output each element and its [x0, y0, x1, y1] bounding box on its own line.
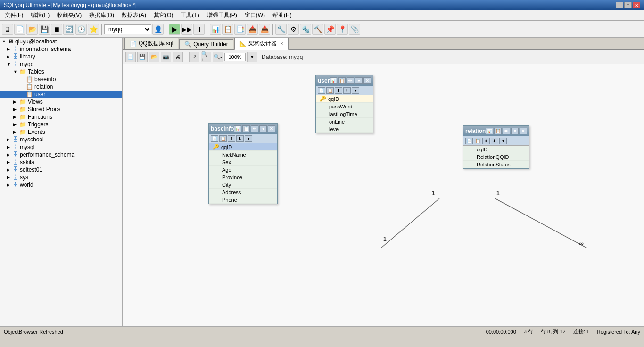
- tree-item-functions[interactable]: ▶📁Functions: [0, 113, 122, 121]
- tools4-btn[interactable]: 📌: [324, 24, 336, 35]
- col-baseinfo-sex[interactable]: Sex: [209, 158, 277, 166]
- table-tool-btn-4[interactable]: ✕: [520, 128, 527, 134]
- tab-close-2[interactable]: ×: [281, 41, 283, 46]
- table3-btn[interactable]: 📑: [234, 24, 246, 35]
- refresh-btn[interactable]: 🔄: [63, 24, 74, 35]
- subtb-btn-0[interactable]: 📄: [465, 138, 473, 144]
- table-tool-btn-3[interactable]: ▾: [355, 77, 363, 84]
- tree-item-triggers[interactable]: ▶📁Triggers: [0, 121, 122, 128]
- tree-item-qiuyu@localhost[interactable]: ▼🖥qiuyu@localhost: [0, 38, 122, 45]
- table-baseinfo[interactable]: baseinfo📊📋✏▾✕📄📋⬆⬇▾🔑qqIDNickNameSexAgePro…: [208, 123, 278, 204]
- history-btn[interactable]: 🕐: [75, 24, 87, 35]
- tree-item-relation[interactable]: 📋relation: [0, 83, 122, 91]
- table-tool-btn-3[interactable]: ▾: [511, 128, 519, 134]
- subtb-btn-2[interactable]: ⬆: [228, 135, 235, 142]
- col-baseinfo-address[interactable]: Address: [209, 189, 277, 196]
- open-schema-btn[interactable]: 📂: [149, 52, 159, 62]
- subtb-btn-2[interactable]: ⬆: [335, 87, 342, 94]
- zoom-input[interactable]: 100%: [224, 53, 246, 61]
- open-btn[interactable]: 📂: [26, 24, 38, 35]
- print-btn[interactable]: 🖨: [173, 52, 183, 62]
- col-relation-relationstatus[interactable]: RelationStatus: [463, 161, 529, 168]
- tree-item-sys[interactable]: ▶🗄sys: [0, 174, 122, 181]
- relation-btn[interactable]: ↗: [189, 52, 199, 62]
- export-btn[interactable]: 📤: [259, 24, 270, 35]
- tab-0[interactable]: 📄QQ数据库.sql: [124, 38, 178, 49]
- col-user-online[interactable]: onLine: [316, 118, 373, 125]
- subtb-btn-3[interactable]: ⬇: [491, 138, 498, 144]
- col-baseinfo-city[interactable]: City: [209, 181, 277, 189]
- tools2-btn[interactable]: 🔩: [300, 24, 311, 35]
- stop-btn[interactable]: ⏹: [51, 24, 62, 35]
- col-baseinfo-nickname[interactable]: NickName: [209, 151, 277, 158]
- subtb-btn-3[interactable]: ⬇: [343, 87, 351, 94]
- tools5-btn[interactable]: 📍: [337, 24, 348, 35]
- window-controls[interactable]: — □ ✕: [616, 2, 640, 8]
- subtb-btn-0[interactable]: 📄: [318, 87, 325, 94]
- tab-2[interactable]: 📐架构设计器×: [234, 38, 289, 50]
- subtb-btn-0[interactable]: 📄: [211, 135, 218, 142]
- table-tool-btn-0[interactable]: 📊: [330, 77, 337, 84]
- col-user-lastlogtime[interactable]: lastLogTime: [316, 110, 373, 118]
- tree-item-stored-procs[interactable]: ▶📁Stored Procs: [0, 106, 122, 113]
- stop-query-btn[interactable]: ⏸: [193, 24, 205, 35]
- close-btn[interactable]: ✕: [633, 2, 640, 8]
- subtb-btn-4[interactable]: ▾: [499, 138, 507, 144]
- col-baseinfo-phone[interactable]: Phone: [209, 196, 277, 204]
- schema-canvas[interactable]: 1 1 1 ∞ baseinfo📊📋✏▾✕📄📋⬆⬇▾🔑qqIDNickNameS…: [123, 64, 644, 326]
- table-tool-btn-0[interactable]: 📊: [234, 125, 241, 132]
- menu-item-e[interactable]: 编辑(E): [28, 11, 52, 20]
- col-relation-relationqqid[interactable]: RelationQQID: [463, 153, 529, 161]
- new-query-btn[interactable]: 📄: [14, 24, 25, 35]
- subtb-btn-1[interactable]: 📋: [474, 138, 481, 144]
- menu-item-v[interactable]: 收藏夹(V): [54, 11, 84, 20]
- table-user[interactable]: user📊📋✏▾✕📄📋⬆⬇▾🔑qqIDpassWordlastLogTimeon…: [315, 75, 373, 133]
- tab-1[interactable]: 🔍Query Builder: [179, 39, 233, 49]
- menu-item-w[interactable]: 窗口(W): [242, 11, 268, 20]
- tree-item-myschool[interactable]: ▶🗄myschool: [0, 136, 122, 143]
- menu-item-h[interactable]: 帮助(H): [270, 11, 295, 20]
- tree-item-sakila[interactable]: ▶🗄sakila: [0, 158, 122, 166]
- table-tool-btn-3[interactable]: ▾: [259, 125, 267, 132]
- col-baseinfo-age[interactable]: Age: [209, 166, 277, 174]
- menu-item-d[interactable]: 数据库(D): [86, 11, 117, 20]
- table-tool-btn-4[interactable]: ✕: [268, 125, 275, 132]
- save-schema-btn[interactable]: 💾: [137, 52, 148, 62]
- tools3-btn[interactable]: 🔨: [312, 24, 323, 35]
- table-tool-btn-4[interactable]: ✕: [363, 77, 371, 84]
- table-tool-btn-2[interactable]: ✏: [347, 77, 354, 84]
- tools6-btn[interactable]: 📎: [349, 24, 360, 35]
- col-user-qqid[interactable]: 🔑qqID: [316, 95, 373, 103]
- tree-item-performance_schema[interactable]: ▶🗄performance_schema: [0, 151, 122, 158]
- tree-item-events[interactable]: ▶📁Events: [0, 128, 122, 136]
- menu-item-f[interactable]: 文件(F): [2, 11, 26, 20]
- table2-btn[interactable]: 📋: [222, 24, 233, 35]
- tree-item-tables[interactable]: ▼📁Tables: [0, 68, 122, 75]
- zoom-in-btn[interactable]: 🔍+: [201, 52, 211, 62]
- new-connection-btn[interactable]: 🖥: [2, 24, 13, 35]
- db-selector[interactable]: myqq: [104, 24, 151, 34]
- fav-btn[interactable]: ⭐: [88, 24, 99, 35]
- tree-item-user[interactable]: 📋user: [0, 91, 122, 98]
- col-relation-qqid[interactable]: qqID: [463, 146, 529, 153]
- table-tool-btn-1[interactable]: 📋: [338, 77, 346, 84]
- tree-item-world[interactable]: ▶🗄world: [0, 181, 122, 189]
- maximize-btn[interactable]: □: [624, 2, 632, 8]
- menu-item-o[interactable]: 其它(O): [151, 11, 176, 20]
- table-tool-btn-1[interactable]: 📋: [494, 128, 502, 134]
- tree-item-mysql[interactable]: ▶🗄mysql: [0, 143, 122, 151]
- table-btn[interactable]: 📊: [210, 24, 221, 35]
- subtb-btn-4[interactable]: ▾: [245, 135, 252, 142]
- subtb-btn-4[interactable]: ▾: [352, 87, 359, 94]
- import-btn[interactable]: 📥: [247, 24, 258, 35]
- save-btn[interactable]: 💾: [39, 24, 50, 35]
- subtb-btn-3[interactable]: ⬇: [236, 135, 244, 142]
- table-tool-btn-2[interactable]: ✏: [251, 125, 258, 132]
- col-user-password[interactable]: passWord: [316, 103, 373, 110]
- col-baseinfo-qqid[interactable]: 🔑qqID: [209, 143, 277, 151]
- new-table-btn[interactable]: 📄: [125, 52, 136, 62]
- tree-item-information_schema[interactable]: ▶🗄information_schema: [0, 45, 122, 53]
- tree-item-myqq[interactable]: ▼🗄myqq: [0, 60, 122, 68]
- menu-item-p[interactable]: 增强工具(P): [204, 11, 240, 20]
- col-user-level[interactable]: level: [316, 125, 373, 133]
